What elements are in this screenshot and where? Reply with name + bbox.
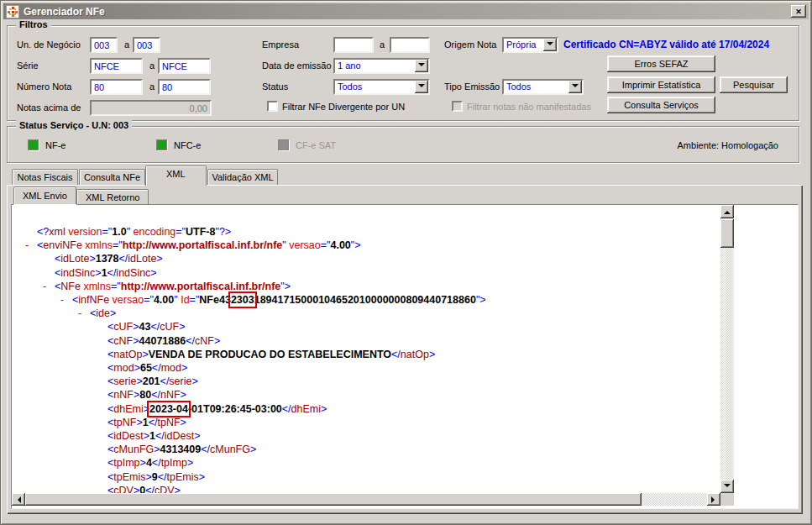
title-bar[interactable]: Gerenciador NFe ✕ bbox=[3, 3, 809, 19]
xml-token: VENDA DE PRODUCAO DO ESTABELECIMENTO bbox=[149, 349, 391, 360]
status-select[interactable]: Todos bbox=[333, 79, 430, 95]
divergente-checkbox[interactable] bbox=[267, 101, 278, 112]
xml-token: http://www.portalfiscal.inf.br/nfe bbox=[123, 239, 283, 251]
xml-line: <cUF>43</cUF> bbox=[12, 320, 720, 333]
xml-token: 80 bbox=[139, 389, 151, 401]
scroll-down-button[interactable] bbox=[720, 480, 734, 493]
xml-token: cUF bbox=[160, 321, 179, 333]
subtab-xml-envio[interactable]: XML Envio bbox=[13, 186, 76, 204]
vertical-scroll-thumb[interactable] bbox=[720, 219, 734, 248]
xml-token: > bbox=[321, 403, 327, 415]
data-emissao-select[interactable]: 1 ano bbox=[333, 58, 430, 74]
vertical-scrollbar[interactable] bbox=[720, 205, 734, 493]
xml-token: </ bbox=[201, 444, 210, 455]
origem-nota-select[interactable]: Própria bbox=[502, 37, 558, 53]
notas-acima-input bbox=[90, 100, 212, 116]
pesquisar-button[interactable]: Pesquisar bbox=[720, 76, 788, 93]
xml-token: version bbox=[68, 226, 102, 238]
xml-token: </ bbox=[151, 389, 160, 401]
xml-line: <tpImp>4</tpImp> bbox=[12, 456, 720, 470]
xml-token: </ bbox=[150, 321, 160, 333]
xml-token: tpNF bbox=[157, 417, 180, 428]
scroll-right-button[interactable] bbox=[707, 493, 720, 506]
chevron-down-icon[interactable] bbox=[415, 81, 428, 93]
serie-to-input[interactable] bbox=[158, 58, 211, 74]
xml-token: cMunFG bbox=[113, 444, 154, 455]
xml-token: > bbox=[95, 267, 101, 279]
un-negocio-from-input[interactable] bbox=[90, 37, 118, 53]
xml-token: </ bbox=[160, 375, 170, 387]
tab-xml[interactable]: XML bbox=[145, 165, 207, 186]
numero-nota-from-input[interactable] bbox=[90, 79, 143, 95]
un-negocio-to-input[interactable] bbox=[133, 37, 160, 53]
horizontal-scroll-thumb[interactable] bbox=[25, 493, 642, 506]
service-status-item: CF-e SAT bbox=[278, 139, 336, 150]
collapse-marker[interactable]: - bbox=[78, 307, 90, 320]
manifestadas-checkbox-label: Filtrar notas não manifestadas bbox=[467, 102, 591, 112]
xml-token: =" bbox=[111, 281, 121, 292]
subtab-xml-retorno[interactable]: XML Retorno bbox=[76, 189, 149, 204]
xml-token: natOp bbox=[113, 349, 142, 360]
xml-line: <dhEmi>2023-04-01T09:26:45-03:00</dhEmi> bbox=[12, 402, 720, 416]
xml-token: 4313409 bbox=[160, 444, 202, 455]
status-label: Status bbox=[262, 81, 288, 92]
xml-token: > bbox=[181, 417, 186, 428]
origem-nota-label: Origem Nota bbox=[444, 39, 496, 50]
xml-line: <natOp>VENDA DE PRODUCAO DO ESTABELECIME… bbox=[12, 348, 720, 361]
chevron-down-icon[interactable] bbox=[568, 81, 582, 93]
xml-token: > bbox=[250, 444, 256, 455]
status-led-icon bbox=[28, 139, 39, 150]
erros-sefaz-button[interactable]: Erros SEFAZ bbox=[607, 55, 715, 72]
status-value: Todos bbox=[338, 81, 362, 92]
xml-token: tpImp bbox=[113, 457, 139, 469]
manifestadas-checkbox bbox=[452, 101, 463, 112]
xml-token: tpImp bbox=[161, 457, 187, 469]
empresa-to-input[interactable] bbox=[390, 37, 430, 53]
xml-token: > bbox=[194, 430, 200, 442]
xml-token: </ bbox=[155, 430, 165, 442]
xml-token: serie bbox=[113, 375, 136, 387]
xml-token: enviNFe bbox=[43, 239, 85, 251]
tipo-emissao-label: Tipo Emissão bbox=[444, 81, 500, 92]
xml-token: versao bbox=[113, 294, 144, 306]
xml-token: > bbox=[154, 444, 160, 455]
certificate-status: Certificado CN=ABYZ válido até 17/04/202… bbox=[563, 39, 769, 50]
xml-token: cDV bbox=[155, 485, 175, 493]
range-sep: a bbox=[149, 60, 155, 71]
xml-token: > bbox=[156, 253, 162, 265]
xml-token: > bbox=[187, 457, 193, 469]
tab-valida-o-xml[interactable]: Validação XML bbox=[207, 169, 278, 185]
xml-token: encoding bbox=[134, 226, 176, 238]
status-led-icon bbox=[156, 139, 167, 150]
chevron-down-icon[interactable] bbox=[415, 60, 428, 72]
collapse-marker[interactable]: - bbox=[43, 280, 55, 293]
xml-line: <cMunFG>4313409</cMunFG> bbox=[12, 443, 720, 456]
xml-token: tpNF bbox=[113, 417, 136, 428]
xml-document-view[interactable]: <?xml version="1.0" encoding="UTF-8"?>-<… bbox=[12, 205, 720, 493]
collapse-marker[interactable]: - bbox=[25, 239, 37, 252]
tipo-emissao-select[interactable]: Todos bbox=[502, 79, 584, 95]
xml-token: tpEmis bbox=[113, 471, 145, 483]
scroll-left-button[interactable] bbox=[12, 493, 25, 506]
xml-token: </ bbox=[152, 362, 161, 374]
collapse-marker[interactable]: - bbox=[60, 293, 72, 307]
xml-token: nNF bbox=[113, 389, 134, 401]
empresa-from-input[interactable] bbox=[333, 37, 374, 53]
scroll-up-button[interactable] bbox=[720, 205, 734, 218]
xml-token: dhEmi bbox=[113, 403, 143, 415]
xml-token: versao bbox=[289, 239, 321, 251]
xml-token: tpEmis bbox=[167, 471, 199, 483]
xml-token: 1378 bbox=[96, 253, 119, 265]
close-button[interactable]: ✕ bbox=[791, 5, 806, 18]
chevron-down-icon[interactable] bbox=[543, 39, 557, 51]
consulta-servicos-button[interactable]: Consulta Serviços bbox=[607, 97, 715, 113]
numero-nota-to-input[interactable] bbox=[158, 79, 211, 95]
xml-token: nNF bbox=[160, 389, 181, 401]
xml-token: > bbox=[199, 471, 205, 483]
tab-consulta-nfe[interactable]: Consulta NFe bbox=[79, 169, 145, 185]
imprimir-estatistica-button[interactable]: Imprimir Estatística bbox=[607, 76, 715, 93]
xml-token: infNFe bbox=[78, 294, 112, 306]
serie-from-input[interactable] bbox=[90, 58, 143, 74]
tab-notas-fiscais[interactable]: Notas Fiscais bbox=[12, 169, 78, 185]
xml-token: > bbox=[136, 375, 142, 387]
